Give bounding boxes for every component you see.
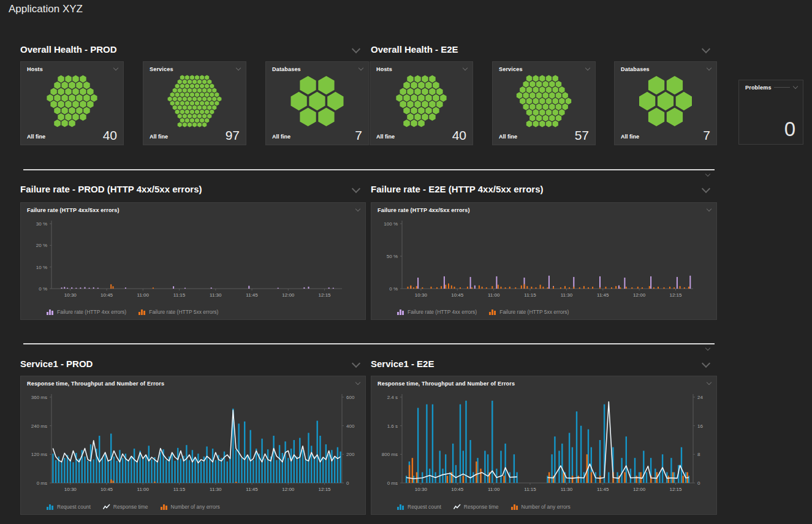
svg-text:11:00: 11:00 bbox=[137, 292, 150, 298]
svg-text:24: 24 bbox=[697, 395, 703, 400]
legend-item-bars[interactable]: Request count bbox=[397, 504, 441, 510]
chevron-down-icon[interactable] bbox=[355, 380, 360, 385]
chevron-down-icon[interactable] bbox=[707, 66, 711, 70]
chevron-down-icon[interactable] bbox=[355, 207, 360, 211]
legend-item-bars[interactable]: Request count bbox=[47, 504, 91, 510]
section-header-service-prod: Service1 - PROD bbox=[20, 357, 359, 370]
legend-label: Failure rate (HTTP 5xx errors) bbox=[499, 309, 569, 315]
chevron-down-icon[interactable] bbox=[705, 172, 710, 177]
honeycomb-chart bbox=[266, 74, 368, 128]
status-label: All fine bbox=[150, 134, 168, 142]
svg-text:11:30: 11:30 bbox=[210, 292, 222, 298]
legend-label: Response time bbox=[464, 504, 499, 510]
legend-item-bars[interactable]: Number of any errors bbox=[161, 504, 220, 510]
chart-tile-service-prod[interactable]: Response time, Throughput and Number of … bbox=[20, 376, 366, 515]
legend-label: Failure rate (HTTP 4xx errors) bbox=[57, 309, 126, 315]
chevron-down-icon[interactable] bbox=[352, 45, 360, 53]
chevron-down-icon[interactable] bbox=[707, 380, 711, 385]
legend-label: Number of any errors bbox=[522, 504, 571, 510]
svg-text:11:30: 11:30 bbox=[210, 487, 222, 492]
svg-text:12:00: 12:00 bbox=[633, 487, 646, 492]
section-title-service-e2e: Service1 - E2E bbox=[371, 359, 434, 369]
tile-databases-e2e[interactable]: Databases All fine7 bbox=[614, 61, 717, 145]
tile-title: Databases bbox=[621, 66, 650, 72]
tile-problems[interactable]: Problems 0 bbox=[738, 80, 803, 145]
svg-text:600: 600 bbox=[346, 395, 355, 400]
chevron-down-icon[interactable] bbox=[702, 45, 710, 53]
svg-text:11:15: 11:15 bbox=[173, 292, 186, 298]
tile-services-prod[interactable]: Services All fine97 bbox=[143, 61, 246, 145]
chevron-down-icon[interactable] bbox=[463, 66, 468, 70]
legend-label: Request count bbox=[408, 504, 441, 510]
status-label: All fine bbox=[621, 134, 639, 142]
failure-rate-prod-plot[interactable]: 0 %10 %20 %30 %10:3010:4511:0011:1511:30… bbox=[21, 218, 365, 303]
service-prod-plot[interactable]: 0 ms120 ms240 ms360 ms020040060010:3010:… bbox=[21, 391, 365, 498]
svg-text:10:30: 10:30 bbox=[415, 487, 428, 492]
tile-title: Problems bbox=[745, 85, 772, 91]
svg-text:11:45: 11:45 bbox=[246, 292, 258, 298]
legend-item-bars[interactable]: Failure rate (HTTP 4xx errors) bbox=[397, 309, 477, 315]
chart-title: Failure rate (HTTP 4xx/5xx errors) bbox=[378, 207, 470, 213]
chevron-down-icon[interactable] bbox=[793, 84, 798, 89]
svg-text:12:15: 12:15 bbox=[319, 487, 332, 492]
svg-text:0 %: 0 % bbox=[39, 286, 47, 292]
tile-hosts-e2e[interactable]: Hosts All fine40 bbox=[370, 61, 473, 145]
legend-item-bars[interactable]: Failure rate (HTTP 5xx errors) bbox=[138, 309, 218, 315]
svg-text:0: 0 bbox=[697, 480, 700, 486]
chevron-down-icon[interactable] bbox=[352, 184, 360, 193]
chevron-down-icon[interactable] bbox=[702, 359, 710, 368]
chart-tile-failure-e2e[interactable]: Failure rate (HTTP 4xx/5xx errors) 0 %50… bbox=[371, 202, 717, 320]
tile-title: Hosts bbox=[376, 66, 392, 72]
svg-text:12:00: 12:00 bbox=[282, 292, 295, 298]
service-e2e-plot[interactable]: 0 ms800 ms1.6 s2.4 s08162410:3010:4511:0… bbox=[371, 391, 716, 498]
svg-text:12:00: 12:00 bbox=[633, 292, 646, 298]
tile-databases-prod[interactable]: Databases All fine7 bbox=[265, 61, 369, 145]
chevron-down-icon[interactable] bbox=[236, 66, 241, 70]
chevron-down-icon[interactable] bbox=[585, 66, 590, 70]
section-divider bbox=[23, 343, 715, 344]
section-header-health-e2e: Overall Health - E2E bbox=[371, 43, 709, 55]
svg-text:0 ms: 0 ms bbox=[37, 480, 47, 486]
svg-text:11:00: 11:00 bbox=[488, 487, 500, 492]
chevron-down-icon[interactable] bbox=[707, 207, 711, 211]
legend-item-bars[interactable]: Failure rate (HTTP 4xx errors) bbox=[47, 309, 126, 315]
legend-item-line[interactable]: Response time bbox=[453, 504, 499, 510]
svg-text:120 ms: 120 ms bbox=[31, 452, 47, 457]
legend-item-bars[interactable]: Failure rate (HTTP 5xx errors) bbox=[489, 309, 569, 315]
svg-text:10:30: 10:30 bbox=[415, 292, 428, 298]
chevron-down-icon[interactable] bbox=[359, 66, 363, 70]
bar-chart-icon bbox=[397, 504, 404, 510]
chevron-down-icon[interactable] bbox=[705, 346, 710, 351]
honeycomb-chart bbox=[21, 74, 123, 128]
tile-hosts-prod[interactable]: Hosts All fine40 bbox=[20, 61, 124, 145]
status-label: All fine bbox=[27, 134, 45, 142]
svg-text:11:45: 11:45 bbox=[597, 292, 609, 298]
chevron-down-icon[interactable] bbox=[352, 359, 360, 368]
bar-chart-icon bbox=[47, 309, 54, 315]
svg-text:2.4 s: 2.4 s bbox=[387, 395, 398, 400]
svg-text:11:30: 11:30 bbox=[561, 292, 573, 298]
legend-item-line[interactable]: Response time bbox=[103, 504, 148, 510]
section-title-failure-prod: Failure rate - PROD (HTTP 4xx/5xx errors… bbox=[20, 184, 202, 194]
chart-tile-service-e2e[interactable]: Response time, Throughput and Number of … bbox=[371, 376, 717, 515]
tile-services-e2e[interactable]: Services All fine57 bbox=[492, 61, 596, 145]
chart-tile-failure-prod[interactable]: Failure rate (HTTP 4xx/5xx errors) 0 %10… bbox=[20, 202, 366, 320]
legend-label: Failure rate (HTTP 5xx errors) bbox=[149, 309, 218, 315]
tile-title: Services bbox=[150, 66, 173, 72]
section-header-health-prod: Overall Health - PROD bbox=[20, 43, 359, 55]
svg-text:0: 0 bbox=[346, 480, 349, 486]
legend-item-bars[interactable]: Number of any errors bbox=[511, 504, 571, 510]
chevron-down-icon[interactable] bbox=[702, 184, 710, 193]
section-title-health-e2e: Overall Health - E2E bbox=[371, 44, 458, 55]
svg-text:0 ms: 0 ms bbox=[387, 480, 398, 486]
failure-rate-e2e-plot[interactable]: 0 %50 %100 %10:3010:4511:0011:1511:3011:… bbox=[371, 218, 716, 303]
svg-text:400: 400 bbox=[346, 423, 355, 429]
honeycomb-chart bbox=[143, 74, 246, 128]
entity-count: 97 bbox=[226, 129, 240, 142]
bar-chart-icon bbox=[397, 309, 404, 315]
svg-text:11:15: 11:15 bbox=[524, 487, 536, 492]
section-header-failure-e2e: Failure rate - E2E (HTTP 4xx/5xx errors) bbox=[371, 183, 709, 195]
chart-title: Failure rate (HTTP 4xx/5xx errors) bbox=[27, 207, 120, 213]
chevron-down-icon[interactable] bbox=[113, 66, 118, 70]
svg-text:200: 200 bbox=[346, 452, 355, 457]
